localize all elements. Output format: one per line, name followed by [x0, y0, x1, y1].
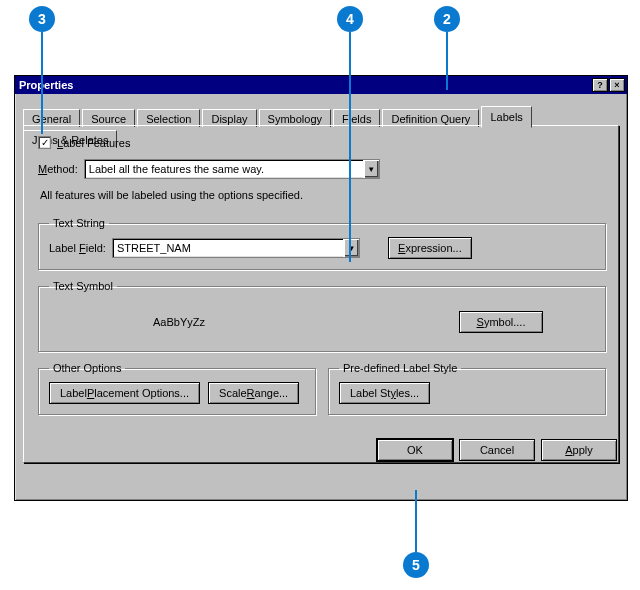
predefined-label-style-group: Pre-defined Label Style Label Styles... [328, 362, 606, 415]
callout-2: 2 [434, 6, 460, 32]
label-field-select[interactable]: STREET_NAM ▼ [112, 238, 360, 258]
method-value: Label all the features the same way. [85, 163, 363, 175]
window-title: Properties [19, 76, 73, 94]
client-area: General Source Selection Display Symbolo… [15, 94, 627, 471]
method-label: Method: [38, 163, 78, 175]
callout-5: 5 [403, 552, 429, 578]
scale-range-button[interactable]: Scale Range... [208, 382, 299, 404]
callout-5-leader [415, 490, 417, 552]
callout-4-leader [349, 32, 351, 262]
help-button[interactable]: ? [592, 78, 608, 92]
label-field-value: STREET_NAM [113, 242, 343, 254]
tab-strip: General Source Selection Display Symbolo… [23, 106, 619, 126]
label-features-label: Label Features [57, 137, 130, 149]
callout-3: 3 [29, 6, 55, 32]
label-styles-button[interactable]: Label Styles... [339, 382, 430, 404]
info-text: All features will be labeled using the o… [40, 189, 606, 201]
callout-3-leader [41, 32, 43, 134]
close-button[interactable]: × [609, 78, 625, 92]
other-options-group: Other Options Label Placement Options...… [38, 362, 316, 415]
text-symbol-legend: Text Symbol [49, 280, 117, 292]
label-field-label: Label Field: [49, 242, 106, 254]
other-options-legend: Other Options [49, 362, 125, 374]
labels-panel: ✓ Label Features Method: Label all the f… [23, 125, 619, 463]
apply-button[interactable]: Apply [541, 439, 617, 461]
title-bar[interactable]: Properties ? × [15, 76, 627, 94]
ok-button[interactable]: OK [377, 439, 453, 461]
chevron-down-icon[interactable]: ▼ [363, 160, 379, 178]
text-string-group: Text String Label Field: STREET_NAM ▼ Ex… [38, 217, 606, 270]
callout-2-leader [446, 32, 448, 90]
expression-button[interactable]: Expression... [388, 237, 472, 259]
label-placement-options-button[interactable]: Label Placement Options... [49, 382, 200, 404]
method-select[interactable]: Label all the features the same way. ▼ [84, 159, 380, 179]
dialog-buttons: OK Cancel Apply [377, 439, 617, 461]
predefined-legend: Pre-defined Label Style [339, 362, 461, 374]
text-string-legend: Text String [49, 217, 109, 229]
check-icon: ✓ [41, 138, 49, 148]
symbol-button[interactable]: Symbol.... [459, 311, 543, 333]
text-symbol-preview: AaBbYyZz [49, 316, 309, 328]
label-features-checkbox[interactable]: ✓ [38, 136, 51, 149]
text-symbol-group: Text Symbol AaBbYyZz Symbol.... [38, 280, 606, 352]
cancel-button[interactable]: Cancel [459, 439, 535, 461]
properties-dialog: Properties ? × General Source Selection … [14, 75, 628, 501]
tab-labels[interactable]: Labels [481, 106, 531, 128]
callout-4: 4 [337, 6, 363, 32]
